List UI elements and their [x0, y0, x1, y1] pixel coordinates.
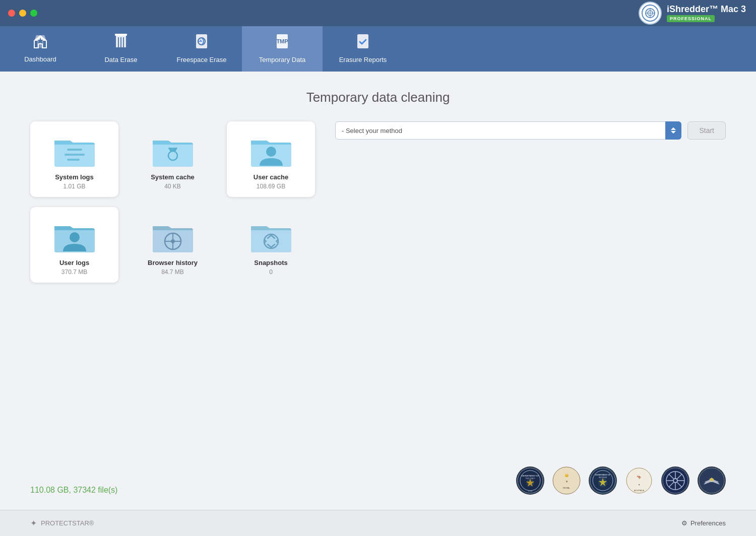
- svg-text:👑: 👑: [564, 473, 569, 478]
- method-row: - Select your method DoD 5220.22-M Gutma…: [335, 121, 726, 140]
- brand-logo-inner: [642, 5, 659, 22]
- folder-item-user-cache[interactable]: User cache 108.69 GB: [227, 121, 315, 197]
- browser-history-size: 84.7 MB: [161, 269, 184, 276]
- svg-rect-20: [67, 159, 80, 161]
- system-cache-size: 40 KB: [164, 183, 181, 190]
- content-area: System logs 1.01 GB: [30, 121, 726, 446]
- brand-name: iShredder™ Mac 3: [667, 5, 746, 14]
- file-stats: 110.08 GB, 37342 file(s): [30, 486, 117, 494]
- user-cache-size: 108.69 GB: [257, 183, 285, 190]
- traffic-lights: [8, 10, 37, 17]
- svg-point-22: [266, 147, 276, 157]
- user-logs-icon: [52, 216, 97, 254]
- folder-item-user-logs[interactable]: User logs 370.7 MB: [30, 207, 118, 283]
- nav-item-temporary-data[interactable]: TMP Temporary Data: [242, 26, 323, 72]
- preferences-label: Preferences: [690, 519, 726, 527]
- protectstar-icon: ✦: [30, 518, 37, 528]
- page-title: Temporary data cleaning: [30, 90, 726, 105]
- svg-rect-19: [65, 154, 85, 156]
- system-logs-name: System logs: [55, 173, 94, 182]
- bottom-section: 110.08 GB, 37342 file(s) DEPARTMENT OF T…: [30, 446, 726, 495]
- maximize-button[interactable]: [30, 10, 37, 17]
- browser-history-name: Browser history: [148, 259, 198, 267]
- right-panel: - Select your method DoD 5220.22-M Gutma…: [335, 121, 726, 446]
- close-button[interactable]: [8, 10, 15, 17]
- svg-text:AUSTRALIA: AUSTRALIA: [634, 490, 644, 492]
- gear-icon: ⚙: [681, 519, 687, 527]
- brand-logo: [639, 2, 662, 25]
- system-cache-icon: [150, 130, 196, 168]
- nav-label-data-erase: Data Erase: [104, 56, 137, 63]
- method-select[interactable]: - Select your method DoD 5220.22-M Gutma…: [335, 121, 681, 140]
- snapshots-size: 0: [269, 269, 273, 276]
- title-bar: iShredder™ Mac 3 PROFESSIONAL: [0, 0, 756, 26]
- svg-rect-12: [115, 34, 127, 36]
- nav-bar: Dashboard Data Erase Freespace Erase: [0, 26, 756, 72]
- nav-item-freespace-erase[interactable]: Freespace Erase: [161, 26, 242, 72]
- cert-logo-nato: [661, 466, 689, 495]
- svg-text:ROYAL: ROYAL: [563, 487, 570, 489]
- folder-item-system-cache[interactable]: System cache 40 KB: [129, 121, 217, 197]
- user-cache-icon: [248, 130, 294, 168]
- svg-rect-18: [67, 149, 82, 151]
- nav-item-dashboard[interactable]: Dashboard: [0, 26, 81, 72]
- svg-text:DEPARTMENT OF: DEPARTMENT OF: [595, 474, 611, 476]
- svg-text:U.S.A.: U.S.A.: [528, 490, 533, 492]
- temporary-data-icon: TMP: [274, 33, 290, 53]
- svg-point-57: [674, 479, 677, 482]
- user-logs-size: 370.7 MB: [61, 269, 87, 276]
- nav-label-temporary-data: Temporary Data: [259, 56, 305, 63]
- folder-item-snapshots[interactable]: Snapshots 0: [227, 207, 315, 283]
- svg-point-27: [171, 239, 175, 243]
- nav-item-data-erase[interactable]: Data Erase: [81, 26, 161, 72]
- user-cache-name: User cache: [254, 173, 288, 182]
- erasure-reports-icon: [355, 33, 371, 53]
- app-brand: iShredder™ Mac 3 PROFESSIONAL: [639, 2, 746, 25]
- folder-item-system-logs[interactable]: System logs 1.01 GB: [30, 121, 118, 197]
- preferences-button[interactable]: ⚙ Preferences: [681, 519, 726, 527]
- main-content: Temporary data cleaning System logs 1.01…: [0, 72, 756, 510]
- dashboard-icon: [32, 34, 48, 52]
- brand-badge: PROFESSIONAL: [667, 15, 715, 22]
- svg-point-23: [70, 232, 80, 242]
- start-button[interactable]: Start: [687, 121, 726, 140]
- system-cache-name: System cache: [151, 173, 195, 182]
- select-wrapper[interactable]: - Select your method DoD 5220.22-M Gutma…: [335, 121, 681, 140]
- folder-item-browser-history[interactable]: Browser history 84.7 MB: [129, 207, 217, 283]
- cert-logo-royal: 👑 ⚜ ROYAL: [552, 466, 581, 495]
- nav-item-erasure-reports[interactable]: Erasure Reports: [323, 26, 403, 72]
- nav-label-erasure-reports: Erasure Reports: [339, 56, 387, 63]
- cert-logos: DEPARTMENT OF THE NAVY U.S.A. 👑 ⚜ ROYAL: [516, 466, 726, 495]
- cert-logo-dod: DEPARTMENT OF DEFENSE: [589, 466, 617, 495]
- svg-rect-17: [357, 34, 368, 48]
- browser-history-icon: [150, 216, 196, 254]
- freespace-erase-icon: [194, 33, 210, 53]
- snapshots-icon: [248, 216, 294, 254]
- brand-text: iShredder™ Mac 3 PROFESSIONAL: [667, 5, 746, 22]
- nav-label-freespace-erase: Freespace Erase: [177, 56, 227, 63]
- protectstar-brand: ✦ PROTECTSTAR®: [30, 518, 94, 528]
- nav-label-dashboard: Dashboard: [24, 55, 56, 63]
- footer: ✦ PROTECTSTAR® ⚙ Preferences: [0, 510, 756, 536]
- svg-text:✦: ✦: [638, 483, 640, 486]
- cert-logo-airforce: [698, 466, 726, 495]
- file-stats-section: 110.08 GB, 37342 file(s): [30, 486, 117, 495]
- svg-text:⚜: ⚜: [565, 480, 568, 483]
- snapshots-name: Snapshots: [254, 259, 287, 267]
- system-logs-icon: [52, 130, 97, 168]
- protectstar-label: PROTECTSTAR®: [41, 519, 94, 527]
- svg-text:🦘: 🦘: [637, 475, 642, 480]
- system-logs-size: 1.01 GB: [63, 183, 85, 190]
- minimize-button[interactable]: [19, 10, 26, 17]
- items-grid: System logs 1.01 GB: [30, 121, 315, 446]
- user-logs-name: User logs: [59, 259, 89, 267]
- data-erase-icon: [113, 33, 129, 53]
- cert-logo-navy: DEPARTMENT OF THE NAVY U.S.A.: [516, 466, 544, 495]
- svg-text:TMP: TMP: [276, 38, 288, 44]
- cert-logo-australia: 🦘 ✦ AUSTRALIA: [625, 466, 653, 495]
